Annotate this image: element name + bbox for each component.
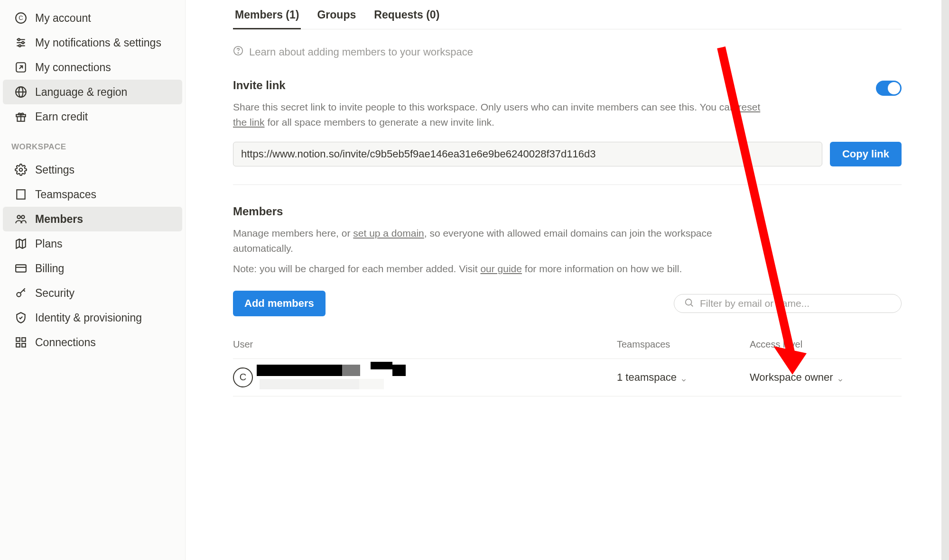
gift-icon (14, 110, 28, 123)
sidebar-item-language[interactable]: Language & region (3, 80, 182, 104)
settings-sidebar: C My account My notifications & settings… (0, 0, 186, 560)
sidebar-item-label: Plans (35, 238, 63, 250)
svg-point-26 (17, 215, 20, 219)
redacted-name (257, 365, 342, 376)
sidebar-item-my-connections[interactable]: My connections (3, 55, 182, 80)
sidebar-item-plans[interactable]: Plans (3, 231, 182, 256)
sliders-icon (14, 36, 28, 49)
svg-point-40 (686, 299, 692, 305)
sidebar-item-settings[interactable]: Settings (3, 157, 182, 182)
main-content: Members (1) Groups Requests (0) Learn ab… (186, 0, 949, 560)
key-icon (14, 286, 28, 300)
grid-icon (14, 336, 28, 349)
table-header: User Teamspaces Access level (233, 330, 902, 359)
chevron-down-icon (837, 374, 844, 381)
sidebar-section-workspace: WORKSPACE (0, 129, 185, 157)
svg-point-6 (22, 42, 24, 44)
svg-point-27 (21, 215, 25, 219)
svg-point-15 (19, 168, 23, 172)
tab-groups[interactable]: Groups (315, 5, 358, 29)
svg-point-39 (238, 53, 238, 53)
svg-line-41 (691, 304, 693, 306)
members-table: User Teamspaces Access level C (233, 330, 902, 396)
scrollbar[interactable] (941, 0, 949, 560)
col-teamspaces: Teamspaces (617, 339, 750, 350)
avatar: C (233, 367, 253, 387)
sidebar-item-label: My connections (35, 61, 111, 74)
sidebar-item-members[interactable]: Members (3, 207, 182, 231)
learn-link[interactable]: Learn about adding members to your works… (233, 46, 902, 59)
svg-point-7 (19, 45, 21, 46)
svg-point-33 (17, 293, 21, 297)
svg-text:C: C (19, 14, 23, 21)
svg-rect-31 (16, 265, 26, 272)
members-section: Members Manage members here, or set up a… (233, 205, 902, 396)
sidebar-item-notifications[interactable]: My notifications & settings (3, 30, 182, 55)
sidebar-item-label: Members (35, 213, 83, 226)
search-icon (684, 297, 694, 310)
table-row: C 1 teamspace (233, 359, 902, 396)
invite-link-toggle[interactable] (876, 81, 902, 96)
tab-requests[interactable]: Requests (0) (372, 5, 441, 29)
invite-url-input[interactable] (233, 142, 822, 166)
invite-title: Invite link (233, 79, 876, 92)
sidebar-item-security[interactable]: Security (3, 281, 182, 305)
members-title: Members (233, 205, 902, 218)
filter-input[interactable] (700, 298, 892, 309)
sidebar-item-label: Language & region (35, 86, 127, 99)
billing-guide-link[interactable]: our guide (480, 263, 522, 274)
tab-members[interactable]: Members (1) (233, 5, 301, 29)
sidebar-item-label: Earn credit (35, 110, 88, 123)
sidebar-item-identity[interactable]: Identity & provisioning (3, 305, 182, 330)
col-access: Access level (750, 339, 902, 350)
sidebar-item-label: Connections (35, 336, 96, 349)
help-circle-icon (233, 46, 243, 59)
sidebar-item-teamspaces[interactable]: Teamspaces (3, 182, 182, 207)
sidebar-item-label: Identity & provisioning (35, 312, 142, 324)
sidebar-item-earn-credit[interactable]: Earn credit (3, 104, 182, 129)
col-user: User (233, 339, 617, 350)
sidebar-item-label: Security (35, 287, 74, 300)
members-note: Note: you will be charged for each membe… (233, 261, 764, 276)
svg-rect-35 (22, 338, 26, 341)
svg-point-5 (18, 38, 20, 40)
credit-card-icon (14, 262, 28, 275)
svg-rect-37 (22, 343, 26, 347)
sidebar-item-my-account[interactable]: C My account (3, 6, 182, 30)
members-tabs: Members (1) Groups Requests (0) (233, 5, 902, 29)
sidebar-item-billing[interactable]: Billing (3, 256, 182, 281)
map-icon (14, 237, 28, 250)
svg-rect-34 (16, 338, 20, 341)
svg-rect-36 (16, 343, 20, 347)
shield-check-icon (14, 311, 28, 324)
setup-domain-link[interactable]: set up a domain (353, 228, 424, 239)
svg-marker-28 (16, 239, 26, 248)
access-level-dropdown[interactable]: Workspace owner (750, 371, 902, 384)
sidebar-item-label: My notifications & settings (35, 37, 161, 49)
arrow-square-icon (14, 61, 28, 74)
copy-link-button[interactable]: Copy link (830, 142, 902, 166)
sidebar-item-label: My account (35, 12, 91, 25)
sidebar-item-label: Teamspaces (35, 188, 96, 201)
account-circle-icon: C (14, 11, 28, 25)
user-cell: C (233, 367, 617, 387)
people-icon (14, 212, 28, 226)
teamspaces-dropdown[interactable]: 1 teamspace (617, 371, 750, 384)
filter-box[interactable] (674, 294, 902, 313)
learn-text: Learn about adding members to your works… (249, 46, 473, 58)
svg-rect-16 (17, 190, 25, 199)
globe-icon (14, 85, 28, 99)
sidebar-item-label: Settings (35, 164, 74, 176)
members-description: Manage members here, or set up a domain,… (233, 226, 764, 256)
invite-description: Share this secret link to invite people … (233, 100, 764, 129)
invite-section: Invite link Share this secret link to in… (233, 79, 902, 185)
sidebar-item-connections[interactable]: Connections (3, 330, 182, 355)
gear-icon (14, 163, 28, 176)
building-icon (14, 188, 28, 201)
chevron-down-icon (680, 374, 687, 381)
sidebar-item-label: Billing (35, 262, 64, 275)
add-members-button[interactable]: Add members (233, 291, 326, 316)
